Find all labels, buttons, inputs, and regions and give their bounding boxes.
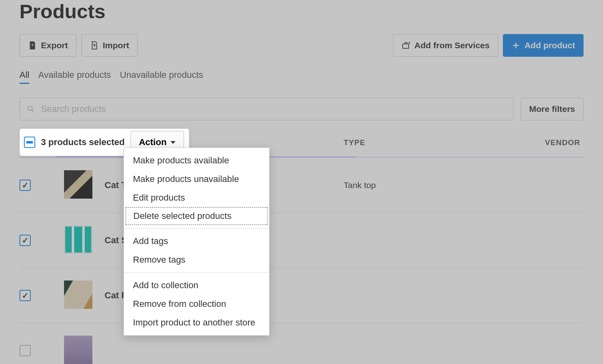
row-checkbox[interactable]: [19, 235, 31, 246]
chevron-down-icon: [171, 141, 175, 144]
action-menu-item[interactable]: Add tags: [124, 232, 269, 251]
search-icon: [26, 105, 35, 113]
tab-unavailable[interactable]: Unavailable products: [120, 70, 203, 84]
table-row: Cat TankTank top: [19, 158, 584, 213]
export-button[interactable]: Export: [19, 34, 77, 57]
add-from-services-label: Add from Services: [415, 41, 490, 50]
search-input[interactable]: [41, 104, 507, 114]
row-checkbox[interactable]: [19, 180, 31, 191]
add-from-services-button[interactable]: Add from Services: [393, 34, 498, 57]
action-menu-item[interactable]: Import product to another store: [124, 313, 269, 332]
file-arrow-down-icon: [28, 41, 37, 50]
import-button[interactable]: Import: [81, 34, 138, 57]
action-menu-item[interactable]: Remove tags: [124, 251, 269, 269]
row-checkbox[interactable]: [19, 290, 31, 301]
action-menu-item[interactable]: Remove from collection: [124, 295, 269, 313]
table-row: Cat Socks: [19, 213, 584, 268]
add-product-button[interactable]: Add product: [503, 34, 584, 57]
products-table: TYPE VENDOR 3 products selected Action C…: [19, 128, 584, 364]
search-box[interactable]: [19, 98, 513, 120]
plus-icon: [511, 41, 520, 50]
column-header-type: TYPE: [344, 138, 526, 147]
action-menu-label: Action: [139, 137, 167, 148]
action-menu-item[interactable]: Edit products: [124, 188, 269, 207]
product-type: Tank top: [344, 180, 526, 190]
toolbar: Export Import Add from Services Add prod…: [19, 34, 584, 57]
select-all-checkbox[interactable]: [24, 137, 35, 148]
product-thumbnail[interactable]: [64, 225, 92, 254]
action-menu-item[interactable]: Make products unavailable: [124, 170, 269, 188]
table-row: [19, 323, 584, 364]
product-thumbnail[interactable]: [64, 336, 92, 364]
file-arrow-up-icon: [90, 41, 99, 50]
table-header: TYPE VENDOR 3 products selected Action: [19, 128, 584, 158]
action-menu-item[interactable]: Add to collection: [124, 276, 269, 295]
import-label: Import: [103, 41, 129, 50]
tab-all[interactable]: All: [19, 70, 29, 84]
tab-available[interactable]: Available products: [38, 70, 111, 84]
action-menu-item[interactable]: Delete selected products: [126, 207, 267, 225]
tabs: All Available products Unavailable produ…: [19, 70, 584, 84]
action-menu-item[interactable]: Make products available: [124, 151, 269, 170]
action-dropdown: Make products availableMake products una…: [124, 148, 269, 336]
row-checkbox[interactable]: [19, 345, 31, 356]
column-header-vendor: VENDOR: [526, 138, 584, 147]
table-row: Cat Pillow: [19, 268, 584, 323]
product-thumbnail[interactable]: [64, 170, 92, 199]
more-filters-label: More filters: [529, 104, 575, 114]
product-thumbnail[interactable]: [64, 280, 92, 309]
more-filters-button[interactable]: More filters: [521, 98, 584, 120]
svg-rect-0: [402, 44, 408, 48]
add-product-label: Add product: [524, 41, 575, 50]
briefcase-plus-icon: [402, 41, 411, 50]
page-title: Products: [19, 0, 584, 23]
selection-count: 3 products selected: [41, 137, 125, 148]
export-label: Export: [41, 41, 68, 50]
svg-point-1: [28, 106, 32, 111]
